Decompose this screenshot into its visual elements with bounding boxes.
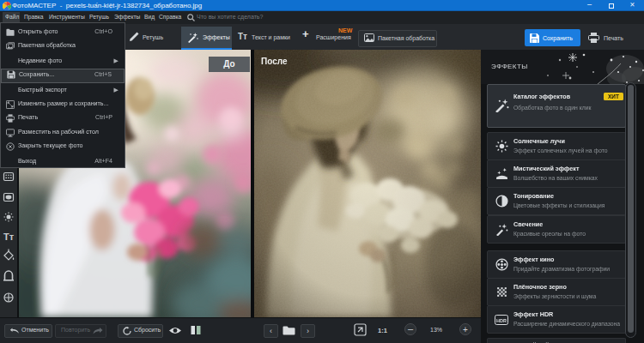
svg-text:HDR: HDR <box>496 318 507 323</box>
svg-text:Тт: Тт <box>3 232 15 242</box>
